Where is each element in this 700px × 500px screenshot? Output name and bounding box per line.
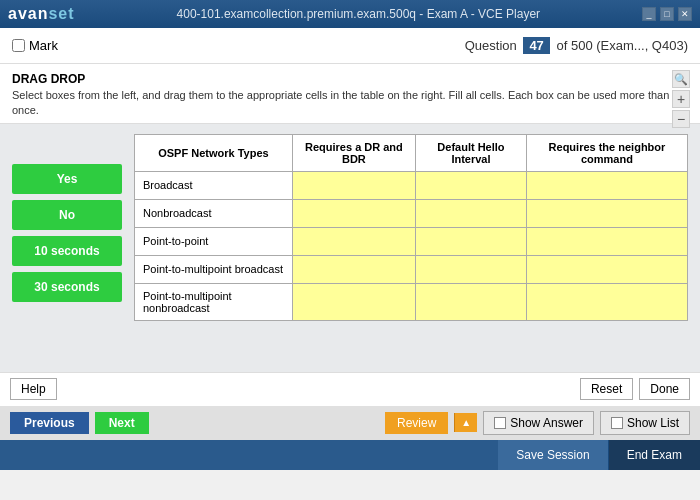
col-header-hello-interval: Default Hello Interval [416, 134, 527, 171]
drag-option-30sec[interactable]: 30 seconds [12, 272, 122, 302]
network-type-p2mp-nonbroadcast: Point-to-multipoint nonbroadcast [135, 283, 293, 320]
drop-cell-broadcast-hello[interactable] [416, 171, 527, 199]
question-total: of 500 (Exam..., Q403) [556, 38, 688, 53]
col-header-neighbor-cmd: Requires the neighbor command [526, 134, 687, 171]
question-info: Question 47 of 500 (Exam..., Q403) [465, 37, 688, 54]
show-list-label: Show List [627, 416, 679, 430]
next-button[interactable]: Next [95, 412, 149, 434]
drop-cell-nonbroadcast-hello[interactable] [416, 199, 527, 227]
minimize-button[interactable]: _ [642, 7, 656, 21]
drag-option-10sec[interactable]: 10 seconds [12, 236, 122, 266]
drag-option-yes[interactable]: Yes [12, 164, 122, 194]
question-area: DRAG DROP Select boxes from the left, an… [0, 64, 700, 124]
question-type: DRAG DROP [12, 72, 688, 86]
app-logo: avanset [8, 5, 75, 23]
title-bar: avanset 400-101.examcollection.premium.e… [0, 0, 700, 28]
zoom-out-button[interactable]: − [672, 110, 690, 128]
drop-table-container: OSPF Network Types Requires a DR and BDR… [134, 134, 688, 362]
table-row: Point-to-point [135, 227, 688, 255]
show-answer-label: Show Answer [510, 416, 583, 430]
drop-cell-p2mp-bcast-neighbor[interactable] [526, 255, 687, 283]
end-exam-button[interactable]: End Exam [609, 440, 700, 470]
drop-cell-p2mp-nbcast-neighbor[interactable] [526, 283, 687, 320]
network-type-nonbroadcast: Nonbroadcast [135, 199, 293, 227]
previous-button[interactable]: Previous [10, 412, 89, 434]
drop-cell-p2mp-nbcast-hello[interactable] [416, 283, 527, 320]
main-content: Yes No 10 seconds 30 seconds OSPF Networ… [0, 124, 700, 372]
drop-cell-p2p-neighbor[interactable] [526, 227, 687, 255]
help-button[interactable]: Help [10, 378, 57, 400]
drop-cell-nonbroadcast-dr[interactable] [292, 199, 415, 227]
question-header: Mark Question 47 of 500 (Exam..., Q403) [0, 28, 700, 64]
save-session-button[interactable]: Save Session [498, 440, 608, 470]
table-row: Point-to-multipoint nonbroadcast [135, 283, 688, 320]
network-type-p2p: Point-to-point [135, 227, 293, 255]
review-dropdown-button[interactable]: ▲ [454, 413, 477, 432]
network-type-p2mp-broadcast: Point-to-multipoint broadcast [135, 255, 293, 283]
table-row: Nonbroadcast [135, 199, 688, 227]
drop-cell-p2mp-bcast-hello[interactable] [416, 255, 527, 283]
question-number: 47 [523, 37, 549, 54]
show-answer-button[interactable]: Show Answer [483, 411, 594, 435]
table-row: Point-to-multipoint broadcast [135, 255, 688, 283]
drop-cell-p2p-hello[interactable] [416, 227, 527, 255]
mark-checkbox[interactable] [12, 39, 25, 52]
drop-cell-broadcast-dr[interactable] [292, 171, 415, 199]
drop-cell-p2mp-bcast-dr[interactable] [292, 255, 415, 283]
col-header-network-types: OSPF Network Types [135, 134, 293, 171]
right-controls: Reset Done [580, 378, 690, 400]
question-label: Question [465, 38, 517, 53]
done-button[interactable]: Done [639, 378, 690, 400]
col-header-dr-bdr: Requires a DR and BDR [292, 134, 415, 171]
window-title: 400-101.examcollection.premium.exam.500q… [177, 7, 541, 21]
reset-button[interactable]: Reset [580, 378, 633, 400]
drop-table: OSPF Network Types Requires a DR and BDR… [134, 134, 688, 321]
bottom-bar: Save Session End Exam [0, 440, 700, 470]
zoom-in-button[interactable]: + [672, 90, 690, 108]
table-row: Broadcast [135, 171, 688, 199]
mark-label: Mark [29, 38, 58, 53]
drop-cell-p2p-dr[interactable] [292, 227, 415, 255]
review-button[interactable]: Review [385, 412, 448, 434]
nav-bar: Previous Next Review ▲ Show Answer Show … [0, 406, 700, 440]
network-type-broadcast: Broadcast [135, 171, 293, 199]
drag-option-no[interactable]: No [12, 200, 122, 230]
drop-cell-nonbroadcast-neighbor[interactable] [526, 199, 687, 227]
zoom-controls[interactable]: 🔍 + − [672, 70, 690, 128]
show-list-button[interactable]: Show List [600, 411, 690, 435]
show-answer-checkbox [494, 417, 506, 429]
window-controls[interactable]: _ □ ✕ [642, 7, 692, 21]
maximize-button[interactable]: □ [660, 7, 674, 21]
mark-checkbox-area[interactable]: Mark [12, 38, 58, 53]
drop-cell-broadcast-neighbor[interactable] [526, 171, 687, 199]
question-instruction: Select boxes from the left, and drag the… [12, 88, 688, 119]
show-list-checkbox [611, 417, 623, 429]
search-icon: 🔍 [672, 70, 690, 88]
drag-options-panel: Yes No 10 seconds 30 seconds [12, 134, 122, 362]
controls-area: Help Reset Done [0, 372, 700, 406]
close-button[interactable]: ✕ [678, 7, 692, 21]
drop-cell-p2mp-nbcast-dr[interactable] [292, 283, 415, 320]
